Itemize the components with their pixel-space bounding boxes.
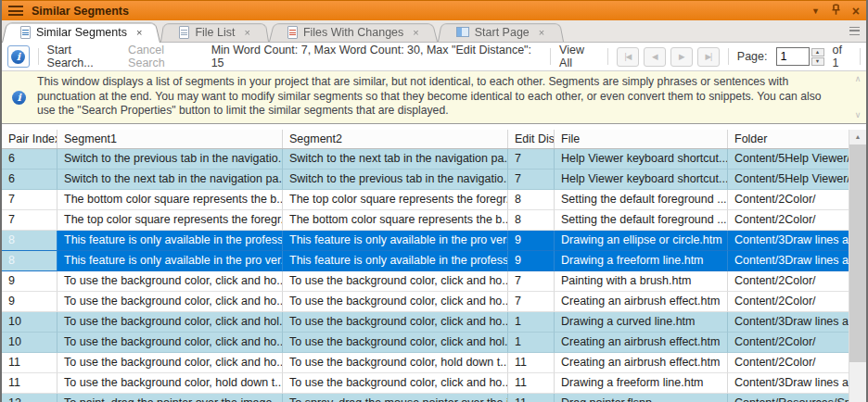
cell-edit_distance: 11 (508, 373, 555, 394)
cell-segment2: The top color square represents the fore… (283, 190, 508, 210)
tab-close-icon[interactable]: × (244, 27, 249, 38)
start-page-icon (456, 27, 469, 37)
search-properties-button[interactable]: i (7, 45, 30, 68)
cell-edit_distance: 1 (508, 312, 555, 333)
view-all-button[interactable]: View All (559, 44, 599, 69)
notice-scrollbar[interactable]: ∧ ∨ (851, 74, 864, 119)
tab-similar-segments[interactable]: Similar Segments × (9, 21, 153, 43)
window-menu-icon[interactable] (8, 6, 23, 16)
cell-segment1: To use the background color, click and h… (57, 333, 283, 353)
cell-folder: Content/5Help Viewer/ (728, 170, 849, 190)
cell-pair: 10 (2, 312, 57, 333)
cell-folder: Content/3Draw lines and (728, 373, 849, 394)
cell-edit_distance: 7 (508, 271, 555, 292)
tab-close-icon[interactable]: × (539, 27, 544, 38)
cell-folder: Content/2Color/ (728, 271, 849, 292)
page-spinner: ▲ ▼ (811, 48, 824, 66)
cell-segment2: To use the background color, click and h… (283, 373, 508, 394)
tab-start-page[interactable]: Start Page × (445, 22, 556, 42)
first-page-button[interactable]: |◀ (617, 47, 639, 67)
cell-segment2: To use the background color, click and h… (283, 292, 508, 312)
table-row[interactable]: 9To use the background color, click and … (2, 271, 849, 292)
cell-segment2: This feature is only available in the pr… (283, 231, 508, 251)
document-tabstrip: Similar Segments × File List × Files Wit… (2, 20, 866, 43)
start-search-button[interactable]: Start Search... (47, 44, 121, 69)
separator (860, 48, 861, 65)
cell-edit_distance: 7 (508, 292, 555, 312)
table-row[interactable]: 11To use the background color, hold down… (2, 373, 849, 394)
scroll-up-arrow-icon[interactable]: ▲ (849, 130, 866, 144)
cell-folder: Content/2Color/ (728, 333, 849, 353)
cell-file: Drawing a freeform line.htm (555, 373, 728, 394)
spin-down-icon[interactable]: ▼ (811, 57, 824, 66)
tab-label: Files With Changes (303, 26, 403, 39)
tab-label: Start Page (475, 26, 530, 39)
cell-segment2: Switch to the next tab in the navigation… (283, 149, 508, 170)
table-row[interactable]: 8This feature is only available in the p… (2, 251, 849, 271)
scroll-down-icon[interactable]: ∨ (855, 110, 862, 119)
spin-up-icon[interactable]: ▲ (811, 48, 824, 57)
tab-label: Similar Segments (36, 26, 127, 39)
cell-file: Setting the default foreground ... (555, 190, 728, 210)
column-header-pair[interactable]: Pair Index (2, 130, 57, 148)
table-row[interactable]: 12To paint, drag the pointer over the im… (2, 394, 849, 402)
tab-list-icon (849, 27, 860, 35)
cell-pair: 9 (2, 292, 57, 312)
last-page-button[interactable]: ▶| (697, 47, 720, 67)
table-row[interactable]: 7The bottom color square represents the … (2, 190, 849, 210)
table-row[interactable]: 6Switch to the next tab in the navigatio… (2, 170, 849, 190)
cell-folder: Content/Resources/Snip (728, 394, 849, 402)
table-body: 6Switch to the previous tab in the navig… (2, 149, 849, 402)
column-header-file[interactable]: File (555, 130, 728, 148)
cell-segment1: To use the background color, click and h… (57, 292, 283, 312)
table-header-row: Pair IndexSegment1Segment2Edit DistanceF… (2, 130, 849, 149)
cell-segment1: The bottom color square represents the b… (57, 190, 283, 210)
previous-page-button[interactable]: ◀ (644, 47, 666, 67)
cell-file: Drawing a curved line.htm (555, 312, 728, 333)
tab-label: File List (195, 26, 235, 39)
cell-segment2: To use the background color, click and h… (283, 333, 508, 353)
cell-edit_distance: 7 (508, 170, 555, 190)
cell-pair: 7 (2, 190, 57, 210)
cell-pair: 11 (2, 373, 57, 394)
pin-icon[interactable] (831, 3, 841, 19)
notice-info-icon: i (12, 91, 26, 105)
toolbar: i Start Search... Cancel Search Min Word… (2, 43, 866, 71)
window-titlebar: Similar Segments ▼ × (2, 0, 866, 20)
page-input[interactable] (776, 47, 810, 66)
vertical-scrollbar[interactable]: ▲ (849, 130, 866, 402)
cell-folder: Content/2Color/ (728, 353, 849, 373)
similar-segments-window: Similar Segments ▼ × Similar Segments × … (0, 0, 868, 402)
table-row[interactable]: 8This feature is only available in the p… (2, 231, 849, 251)
tab-file-list[interactable]: File List × (168, 22, 262, 42)
scroll-up-icon[interactable]: ∧ (855, 74, 862, 83)
tab-close-icon[interactable]: × (413, 27, 418, 38)
close-icon[interactable]: × (852, 6, 860, 17)
table-row[interactable]: 6Switch to the previous tab in the navig… (2, 149, 849, 170)
cell-segment1: Switch to the previous tab in the naviga… (57, 149, 283, 170)
column-header-segment2[interactable]: Segment2 (283, 130, 508, 148)
cell-file: Drawing a freeform line.htm (555, 251, 728, 271)
cell-segment1: To paint, drag the pointer over the imag… (57, 394, 283, 402)
cell-segment1: To use the background color, click and h… (57, 271, 283, 292)
column-header-folder[interactable]: Folder (728, 130, 849, 148)
scrollbar-thumb[interactable] (849, 144, 866, 362)
table-row[interactable]: 11To use the background color, click and… (2, 353, 849, 373)
table-row[interactable]: 10To use the background color, click and… (2, 312, 849, 333)
tab-files-with-changes[interactable]: Files With Changes × (276, 22, 430, 42)
table-row[interactable]: 7The top color square represents the for… (2, 210, 849, 231)
column-header-segment1[interactable]: Segment1 (57, 130, 283, 148)
cell-segment1: This feature is only available in the pr… (57, 231, 283, 251)
tab-list-button[interactable] (847, 23, 862, 39)
tab-close-icon[interactable]: × (136, 27, 142, 38)
window-position-icon[interactable]: ▼ (811, 6, 820, 16)
next-page-button[interactable]: ▶ (670, 47, 693, 67)
column-header-edit_distance[interactable]: Edit Distance (508, 130, 555, 148)
cell-segment1: To use the background color, click and h… (57, 312, 283, 333)
table-row[interactable]: 9To use the background color, click and … (2, 292, 849, 312)
cell-file: Painting with a brush.htm (555, 271, 728, 292)
search-criteria-text: Min Word Count: 7, Max Word Count: 30, M… (211, 44, 542, 69)
cell-segment2: The bottom color square represents the b… (283, 210, 508, 231)
table-row[interactable]: 10To use the background color, click and… (2, 333, 849, 353)
file-list-icon (179, 26, 189, 39)
